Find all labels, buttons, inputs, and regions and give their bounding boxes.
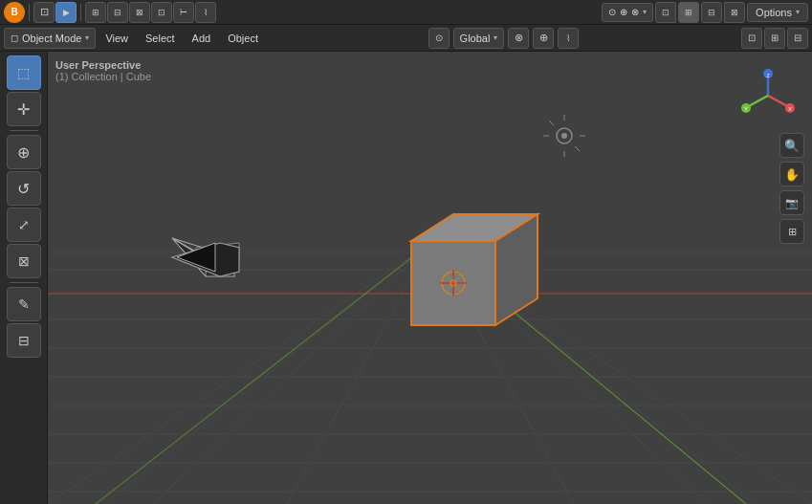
snap-icon-4[interactable]: ⊡	[151, 2, 172, 23]
options-chevron: ▾	[796, 8, 800, 16]
global-chevron: ▾	[494, 33, 497, 42]
svg-point-32	[561, 133, 567, 139]
snap-icon-6[interactable]: ⌇	[195, 2, 216, 23]
scene-dropdown[interactable]: ⊙ ⊕ ⊗ ▾	[602, 3, 653, 22]
mode-label: Object Mode	[22, 33, 81, 44]
snap-icon-5[interactable]: ⊢	[173, 2, 194, 23]
separator-1	[29, 4, 30, 21]
svg-line-55	[747, 96, 768, 107]
scene-link-icon: ⊕	[620, 7, 627, 17]
camera-icon: 📷	[785, 197, 799, 209]
tool-measure[interactable]: ⊟	[7, 323, 41, 358]
toolbar-bar: ◻ Object Mode ▾ View Select Add Object ⊙…	[0, 25, 812, 52]
blender-logo[interactable]: B	[4, 2, 25, 23]
snap-icons: ⊞ ⊟ ⊠ ⊡ ⊢ ⌇	[85, 2, 216, 23]
svg-text:Y: Y	[744, 106, 748, 112]
right-tools: 🔍 ✋ 📷 ⊞	[779, 133, 804, 244]
select-icon: ⬚	[17, 65, 30, 80]
snap-icon-1[interactable]: ⊞	[85, 2, 106, 23]
select-menu[interactable]: Select	[138, 28, 183, 49]
viewport[interactable]: User Perspective (1) Collection | Cube Z…	[48, 52, 812, 504]
proportional-type-icon[interactable]: ⌇	[558, 28, 579, 49]
scene-render-icon: ⊗	[631, 7, 639, 17]
shading-render[interactable]: ⊠	[724, 2, 745, 23]
editor-icon-1[interactable]: ⊡	[33, 2, 55, 23]
zoom-icon: 🔍	[784, 139, 800, 153]
top-header: B ⊡ ▶ ⊞ ⊟ ⊠ ⊡ ⊢ ⌇ ⊙ ⊕ ⊗ ▾ ⊡ ⊞ ⊟ ⊠ Option…	[0, 0, 812, 25]
move-icon: ⊕	[17, 143, 30, 162]
global-label: Global	[460, 33, 491, 44]
shading-wire[interactable]: ⊡	[655, 2, 676, 23]
xray-icon[interactable]: ⊟	[787, 28, 808, 49]
orientation-gizmo[interactable]: Z X Y	[739, 67, 797, 124]
annotate-icon: ✎	[18, 296, 30, 312]
tool-move[interactable]: ⊕	[7, 135, 41, 169]
options-button[interactable]: Options ▾	[747, 3, 808, 22]
add-menu[interactable]: Add	[185, 28, 219, 49]
view-menu[interactable]: View	[98, 28, 136, 49]
sidebar-sep-1	[10, 130, 38, 131]
svg-text:Z: Z	[766, 73, 770, 78]
mode-icon: ◻	[11, 33, 18, 43]
tool-annotate[interactable]: ✎	[7, 287, 41, 321]
tool-transform[interactable]: ⊠	[7, 244, 41, 278]
scene-icon: ⊙	[608, 7, 616, 17]
editor-icon-2[interactable]: ▶	[55, 2, 77, 23]
scene-chevron: ▾	[643, 8, 647, 16]
shading-solid[interactable]: ⊞	[678, 2, 699, 23]
snap-icon-3[interactable]: ⊠	[129, 2, 150, 23]
options-label: Options	[756, 7, 792, 18]
transform-icon: ⊠	[18, 253, 30, 269]
object-mode-dropdown[interactable]: ◻ Object Mode ▾	[4, 28, 96, 49]
zoom-in-tool[interactable]: 🔍	[779, 133, 804, 158]
tool-scale[interactable]: ⤢	[7, 208, 41, 242]
svg-line-52	[768, 96, 789, 107]
pan-icon: ✋	[784, 167, 800, 182]
gizmo-icon[interactable]: ⊞	[764, 28, 785, 49]
separator-2	[80, 4, 81, 21]
pivot-icon[interactable]: ⊙	[428, 28, 450, 49]
mode-chevron: ▾	[85, 33, 89, 42]
svg-text:X: X	[788, 106, 792, 112]
sidebar-sep-2	[10, 282, 38, 283]
left-sidebar: ⬚ ✛ ⊕ ↺ ⤢ ⊠ ✎ ⊟	[0, 52, 48, 504]
render-preview-tool[interactable]: ⊞	[779, 219, 804, 244]
transform-orientation[interactable]: Global ▾	[453, 28, 505, 49]
scale-icon: ⤢	[18, 217, 30, 232]
editor-type-icons: ⊡ ▶	[33, 2, 77, 23]
object-menu[interactable]: Object	[220, 28, 266, 49]
pan-tool[interactable]: ✋	[779, 162, 804, 186]
snap-magnet-icon[interactable]: ⊗	[508, 28, 529, 49]
shading-material[interactable]: ⊟	[701, 2, 722, 23]
toolbar-right: ⊡ ⊞ ⊟	[741, 28, 808, 49]
shading-buttons: ⊡ ⊞ ⊟ ⊠	[655, 2, 745, 23]
viewport-scene	[48, 52, 812, 504]
tool-rotate[interactable]: ↺	[7, 171, 41, 206]
measure-icon: ⊟	[18, 333, 30, 348]
rotate-icon: ↺	[17, 180, 30, 198]
proportional-icon[interactable]: ⊕	[533, 28, 554, 49]
tool-cursor[interactable]: ✛	[7, 92, 41, 126]
snap-icon-2[interactable]: ⊟	[107, 2, 128, 23]
cursor-icon: ✛	[17, 100, 30, 119]
camera-view-tool[interactable]: 📷	[779, 190, 804, 215]
toolbar-center: ⊙ Global ▾ ⊗ ⊕ ⌇	[268, 28, 739, 49]
viewport-overlay-icon[interactable]: ⊡	[741, 28, 762, 49]
render-icon: ⊞	[788, 226, 797, 238]
tool-select[interactable]: ⬚	[7, 55, 41, 90]
